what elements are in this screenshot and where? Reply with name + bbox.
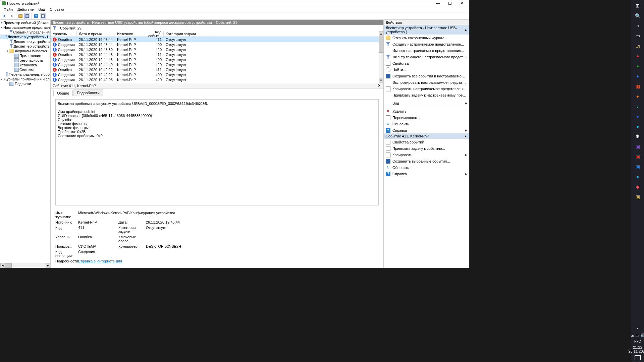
clock[interactable]: 21:22 26.11.2020	[628, 345, 644, 353]
tree-item[interactable]: Приложение	[0, 53, 50, 58]
taskbar-app-icon[interactable]: ◆	[633, 182, 642, 191]
action-item[interactable]: Свойства	[384, 60, 469, 66]
minimize-button[interactable]: —	[432, 0, 444, 6]
vscroll-up[interactable]: ▲	[379, 31, 383, 36]
forward-button[interactable]	[8, 13, 14, 19]
action-item[interactable]: Копировать▶	[384, 152, 469, 158]
col-cat[interactable]: Категория задачи	[164, 31, 207, 37]
tree-item[interactable]: Диспетчер устройств	[0, 44, 50, 49]
tree-item[interactable]: ▾Просмотр событий (Локальн	[0, 20, 50, 25]
tree-item[interactable]: ▾Настраиваемые представл	[0, 25, 50, 30]
show-hide-tree-button[interactable]	[17, 13, 23, 19]
language-indicator[interactable]: РУС	[634, 340, 641, 343]
collapse-icon[interactable]: ▾	[6, 49, 9, 53]
action-item[interactable]: Сохранить все события в настраиваемом пр…	[384, 73, 469, 79]
maximize-button[interactable]: ☐	[444, 0, 456, 6]
taskbar-app-icon[interactable]: ●	[633, 62, 642, 70]
action-item[interactable]: Найти...	[384, 66, 469, 73]
taskbar-app-icon[interactable]: ▣	[633, 192, 642, 201]
help-button[interactable]: ?	[33, 13, 39, 19]
taskbar-app-icon[interactable]: ▣	[633, 152, 642, 161]
close-button[interactable]: ✕	[456, 0, 468, 6]
action-item[interactable]: Открыть сохраненный журнал...	[384, 35, 469, 41]
action-item[interactable]: Копировать настраиваемое представление..…	[384, 85, 469, 92]
back-button[interactable]	[2, 13, 8, 19]
menu-action[interactable]: Действие	[15, 7, 36, 11]
meta-more-link[interactable]: Справка в Интернете для	[78, 259, 122, 263]
taskbar-app-icon[interactable]: ○	[633, 21, 642, 30]
col-level[interactable]: Уровень	[51, 31, 77, 37]
event-row[interactable]: iСведения26.11.2020 19:42:08Kernel-PnP42…	[51, 77, 379, 82]
action-item[interactable]: ↻Обновить	[384, 164, 469, 171]
vscroll-down[interactable]: ▼	[379, 78, 383, 83]
action-item[interactable]: Переименовать	[384, 114, 469, 121]
event-row[interactable]: !Ошибка26.11.2020 19:45:44Kernel-PnP411О…	[51, 37, 379, 42]
taskbar-app-icon[interactable]: ▭	[633, 32, 642, 40]
collapse-icon[interactable]: ▾	[1, 21, 3, 25]
detail-close-button[interactable]: ✕	[377, 83, 381, 88]
taskbar-app-icon[interactable]: ▦	[633, 82, 642, 90]
menu-view[interactable]: Вид	[36, 7, 47, 11]
cloud-icon[interactable]: ☁	[631, 333, 634, 338]
taskbar-app-icon[interactable]: ●	[633, 72, 642, 80]
col-source[interactable]: Источник	[115, 31, 144, 37]
action-item[interactable]: Сохранить выбранные события...	[384, 158, 469, 164]
action-item[interactable]: Привязать задачу к событию...	[384, 145, 469, 152]
taskbar-app-icon[interactable]: 🔍	[633, 11, 642, 20]
notifications-button[interactable]	[635, 355, 641, 360]
volume-icon[interactable]: 🔊	[640, 333, 644, 338]
action-item[interactable]: ↻Обновить	[384, 121, 469, 127]
network-icon[interactable]: ▭	[636, 333, 639, 338]
action-item[interactable]: Фильтр текущего настраиваемого представл…	[384, 54, 469, 60]
taskbar-app-icon[interactable]: ⊞	[633, 1, 642, 10]
collapse-icon[interactable]: ▾	[1, 26, 3, 29]
tray-expand-icon[interactable]: ‹	[633, 324, 642, 333]
event-row[interactable]: !Ошибка26.11.2020 19:44:43Kernel-PnP411О…	[51, 52, 379, 57]
tree-item[interactable]: Установка	[0, 63, 50, 67]
menu-file[interactable]: Файл	[2, 7, 15, 11]
action-item[interactable]: Свойства событий	[384, 139, 469, 145]
event-row[interactable]: iСведения26.11.2020 19:45:30Kernel-PnP42…	[51, 47, 379, 52]
properties-button[interactable]	[24, 13, 30, 19]
action-item[interactable]: ✕Удалить	[384, 108, 469, 114]
action-pane-button[interactable]	[40, 13, 46, 19]
actions-section1[interactable]: Диспетчер устройств - Неизвестное USB-ус…	[384, 25, 469, 35]
tab-details[interactable]: Подробности	[73, 89, 103, 96]
tree-item[interactable]: ▸Журналы приложений и сл	[0, 77, 50, 81]
hscroll-left[interactable]: ◄	[0, 263, 5, 268]
taskbar-app-icon[interactable]: ✱	[633, 132, 642, 141]
taskbar-app-icon[interactable]: ●	[633, 112, 642, 121]
event-row[interactable]: iСведения26.11.2020 19:44:40Kernel-PnP42…	[51, 62, 379, 67]
hscroll-right[interactable]: ►	[46, 263, 50, 268]
event-row[interactable]: !Ошибка26.11.2020 19:42:22Kernel-PnP411О…	[51, 67, 379, 72]
actions-section2[interactable]: Событие 411, Kernel-PnP▲	[384, 133, 469, 139]
taskbar-app-icon[interactable]: ●	[633, 172, 642, 181]
menu-help[interactable]: Справка	[48, 7, 66, 11]
taskbar-app-icon[interactable]: ♪	[633, 102, 642, 111]
tree-item[interactable]: Система	[0, 67, 50, 72]
event-row[interactable]: iСведения26.11.2020 19:45:44Kernel-PnP40…	[51, 42, 379, 47]
action-item[interactable]: Создать настраиваемое представление...	[384, 41, 469, 47]
tree-item[interactable]: События управления	[0, 30, 50, 35]
taskbar-app-icon[interactable]: ●	[633, 122, 642, 131]
events-vscroll[interactable]: ▲ ▼	[379, 31, 383, 83]
tree-item[interactable]: Перенаправленные соб	[0, 72, 50, 77]
event-row[interactable]: iСведения26.11.2020 19:42:22Kernel-PnP40…	[51, 72, 379, 77]
taskbar-app-icon[interactable]: ▣	[633, 142, 642, 151]
action-item[interactable]: Импорт настраиваемого представления...	[384, 47, 469, 54]
taskbar-app-icon[interactable]: 🗂	[633, 42, 642, 50]
hscroll-thumb[interactable]	[5, 263, 12, 268]
tree-hscroll[interactable]: ◄ ►	[0, 263, 50, 268]
tab-general[interactable]: Общие	[53, 90, 73, 96]
tree-item[interactable]: Безопасность	[0, 58, 50, 63]
tree-item[interactable]: Подписки	[0, 81, 50, 86]
tree-item[interactable]: Диспетчер устройств	[0, 39, 50, 44]
taskbar-app-icon[interactable]: ●	[633, 92, 642, 101]
tree-item[interactable]: ▾Журналы Windows	[0, 49, 50, 53]
action-item[interactable]: Вид▶	[384, 100, 469, 106]
col-code[interactable]: Код событ...	[144, 31, 164, 37]
taskbar-app-icon[interactable]: ▣	[633, 162, 642, 171]
event-row[interactable]: iСведения26.11.2020 19:44:43Kernel-PnP40…	[51, 57, 379, 62]
taskbar-app-icon[interactable]: ●	[633, 52, 642, 60]
action-item[interactable]: Привязать задачу к настраиваемому предст…	[384, 92, 469, 98]
